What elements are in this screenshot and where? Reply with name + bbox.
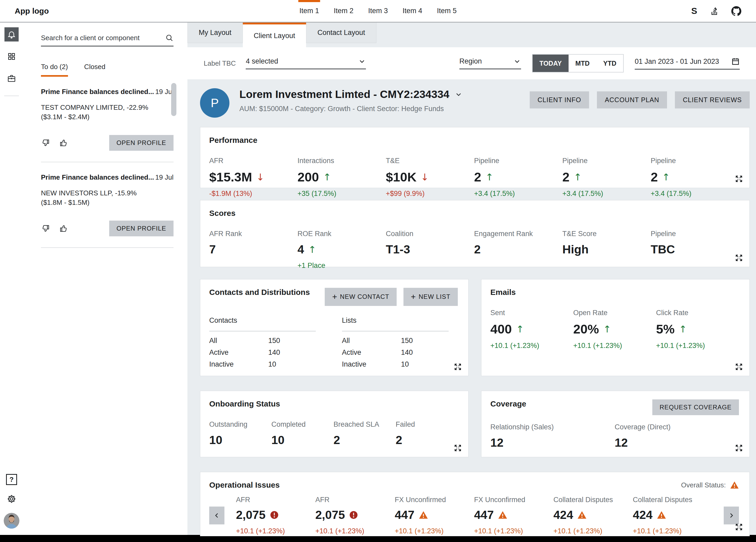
notifications-rail-button[interactable] xyxy=(4,27,19,41)
thumbs-down-icon[interactable] xyxy=(41,224,50,233)
open-profile-button[interactable]: OPEN PROFILE xyxy=(109,220,174,236)
metric: Open Rate 20%↑ +10.1 (+1.23%) xyxy=(573,309,656,350)
metric: FX Unconfirmed 447 +10.1 (+1.23%) xyxy=(474,496,553,535)
period-today[interactable]: TODAY xyxy=(533,55,569,72)
thumbs-down-icon[interactable] xyxy=(41,138,50,147)
period-ytd[interactable]: YTD xyxy=(596,55,623,72)
new-list-button[interactable]: +NEW LIST xyxy=(403,288,458,306)
filter-label: Label TBC xyxy=(204,59,236,67)
nav-item-5[interactable]: Item 5 xyxy=(437,0,457,22)
client-reviews-button[interactable]: CLIENT REVIEWS xyxy=(675,91,750,108)
expand-icon[interactable] xyxy=(454,363,462,371)
search-icon[interactable] xyxy=(165,34,174,42)
notification-body: TEST COMPANY LIMITED, -22.9% ($3.1M - $2… xyxy=(41,103,151,122)
calendar-icon xyxy=(731,57,740,66)
top-icons: S xyxy=(691,6,741,16)
metric: Collateral Disputes 424 +10.1 (+1.23%) xyxy=(553,496,633,535)
nav-item-2[interactable]: Item 2 xyxy=(334,0,353,22)
label-multiselect-dropdown[interactable]: 4 selected xyxy=(246,57,366,69)
card-title: Contacts and Distributions xyxy=(209,288,310,297)
metric: Coalition T1-3 xyxy=(386,230,474,270)
tab-contact-layout[interactable]: Contact Layout xyxy=(306,23,376,43)
up-arrow-icon: ↑ xyxy=(308,244,316,255)
up-arrow-icon: ↑ xyxy=(603,324,611,335)
expand-icon[interactable] xyxy=(735,523,743,531)
notification-title: Prime Finance balances declined... xyxy=(41,88,154,96)
app-root: App logo Item 1 Item 2 Item 3 Item 4 Ite… xyxy=(0,0,756,542)
account-plan-button[interactable]: ACCOUNT PLAN xyxy=(597,91,667,108)
briefcase-icon xyxy=(7,74,16,83)
nav-item-4[interactable]: Item 4 xyxy=(403,0,422,22)
metric: Sent 400↑ +10.1 (+1.23%) xyxy=(490,309,573,350)
client-chevron-down-icon[interactable] xyxy=(455,91,463,98)
up-arrow-icon: ↑ xyxy=(679,324,687,335)
top-bar: App logo Item 1 Item 2 Item 3 Item 4 Ite… xyxy=(0,0,756,23)
tab-my-layout[interactable]: My Layout xyxy=(187,23,243,43)
up-arrow-icon: ↑ xyxy=(574,172,582,182)
notification-card: Prime Finance balances declined... 19 Ju… xyxy=(41,162,174,248)
client-header: P Lorem Investment Limted - CMY2:234334 … xyxy=(200,88,750,118)
bell-icon xyxy=(7,30,16,39)
expand-icon[interactable] xyxy=(735,254,743,262)
plus-icon: + xyxy=(332,292,337,302)
card-title: Scores xyxy=(209,209,739,218)
metric: Pipeline 2↑ +3.4 (17.5%) xyxy=(474,157,562,198)
metric: Click Rate 5%↑ +10.1 (+1.23%) xyxy=(656,309,739,350)
table-row: All150 xyxy=(209,337,325,345)
metric: FX Unconfirmed 447 +10.1 (+1.23%) xyxy=(395,496,474,535)
thumbs-up-icon[interactable] xyxy=(59,138,68,147)
error-icon xyxy=(270,511,279,519)
app-logo: App logo xyxy=(15,7,49,15)
carousel-prev-button[interactable] xyxy=(209,507,224,524)
thumbs-up-icon[interactable] xyxy=(59,224,68,233)
table-row: Inactive10 xyxy=(209,360,325,369)
stackoverflow-icon[interactable] xyxy=(710,7,719,15)
metric: AFR 2,075 +10.1 (+1.23%) xyxy=(315,496,395,535)
card-title: Emails xyxy=(490,288,739,297)
nav-item-3[interactable]: Item 3 xyxy=(368,0,388,22)
date-range-picker[interactable]: 01 Jan 2023 - 01 Jun 2023 xyxy=(635,57,740,70)
metric: Collateral Disputes 424 +10.1 (+1.23%) xyxy=(633,496,712,535)
github-icon[interactable] xyxy=(731,6,741,16)
apps-rail-button[interactable] xyxy=(4,49,19,64)
table-row: Active140 xyxy=(209,349,325,357)
coverage-card: Coverage REQUEST COVERAGE Relationship (… xyxy=(481,391,750,457)
rail-bottom: ? xyxy=(4,474,19,530)
card-title: Performance xyxy=(209,136,739,145)
expand-icon[interactable] xyxy=(454,444,462,452)
expand-icon[interactable] xyxy=(735,175,743,183)
carousel-next-button[interactable] xyxy=(724,507,739,524)
sidebar-scrollbar-thumb[interactable] xyxy=(171,83,176,116)
tab-todo[interactable]: To do (2) xyxy=(41,63,68,77)
filter-bar: Label TBC 4 selected Region TODAY MTD YT… xyxy=(187,47,756,79)
client-info-button[interactable]: CLIENT INFO xyxy=(530,91,589,108)
new-contact-button[interactable]: +NEW CONTACT xyxy=(325,288,397,306)
contacts-distributions-card: Contacts and Distributions +NEW CONTACT … xyxy=(200,279,469,376)
sidebar-search xyxy=(41,34,174,46)
user-avatar[interactable] xyxy=(4,513,19,529)
tab-client-layout[interactable]: Client Layout xyxy=(243,23,306,47)
layout-tabs: My Layout Client Layout Contact Layout xyxy=(187,23,756,47)
up-arrow-icon: ↑ xyxy=(323,172,331,182)
briefcase-rail-button[interactable] xyxy=(4,71,19,86)
request-coverage-button[interactable]: REQUEST COVERAGE xyxy=(652,399,739,415)
help-icon[interactable]: ? xyxy=(6,474,17,485)
divider xyxy=(342,331,449,332)
expand-icon[interactable] xyxy=(735,444,743,452)
notification-card: Prime Finance balances declined... 19 Ju… xyxy=(41,77,174,162)
s-logo-icon[interactable]: S xyxy=(691,6,697,16)
table-row: All150 xyxy=(342,337,458,345)
metric: Pipeline TBC xyxy=(651,230,739,270)
search-input[interactable] xyxy=(41,34,165,42)
open-profile-button[interactable]: OPEN PROFILE xyxy=(109,135,174,151)
contacts-group: Contacts All150 Active140 Inactive10 xyxy=(209,317,325,369)
expand-icon[interactable] xyxy=(735,363,743,371)
metric: AFR Rank 7 xyxy=(209,230,297,270)
nav-item-1[interactable]: Item 1 xyxy=(299,0,319,22)
period-mtd[interactable]: MTD xyxy=(569,55,596,72)
region-dropdown[interactable]: Region xyxy=(459,57,521,69)
metric: T&E Score High xyxy=(562,230,650,270)
tab-closed[interactable]: Closed xyxy=(84,63,106,77)
metric: T&E $10K↓ +$99 (9.9%) xyxy=(386,157,474,198)
settings-gear-icon[interactable] xyxy=(7,494,17,504)
